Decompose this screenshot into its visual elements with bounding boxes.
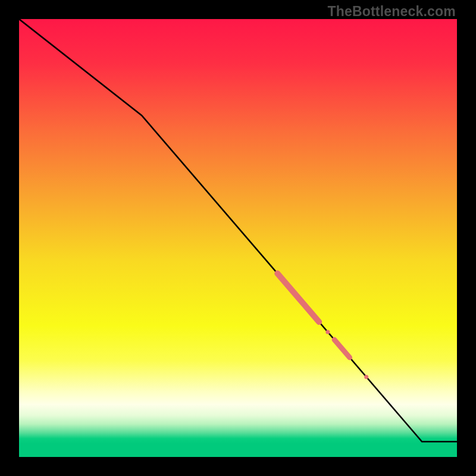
dot-1 xyxy=(325,330,330,334)
gradient-background xyxy=(19,19,457,457)
plot-area xyxy=(19,19,457,457)
watermark-text: TheBottleneck.com xyxy=(327,4,456,20)
chart-svg xyxy=(19,19,457,457)
dot-2 xyxy=(364,375,368,379)
chart-frame: { "watermark": "TheBottleneck.com", "cha… xyxy=(0,0,476,476)
